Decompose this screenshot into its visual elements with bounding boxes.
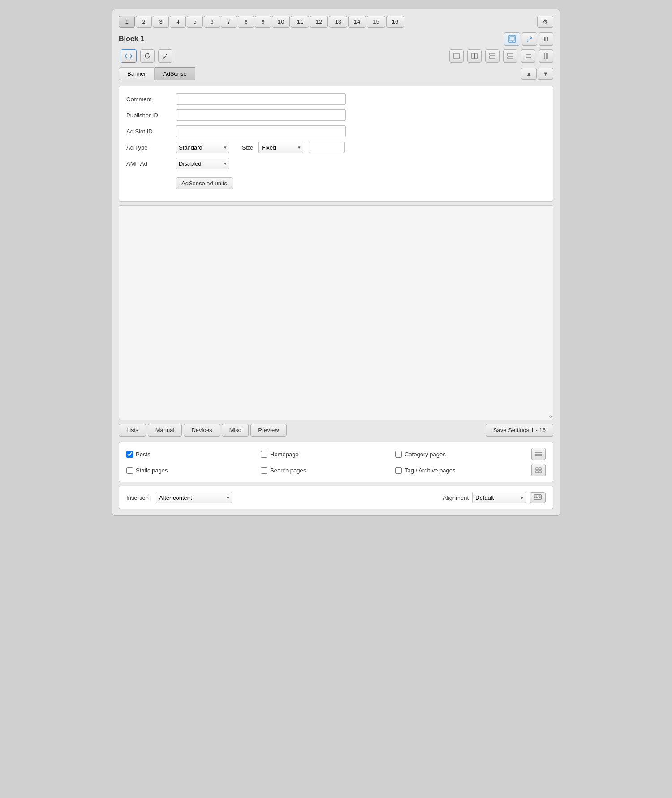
alignment-label: Alignment	[443, 494, 469, 501]
checkbox-category-pages: Category pages	[395, 451, 530, 458]
preview-area: ⟳	[119, 205, 553, 420]
tab-11[interactable]: 11	[291, 16, 309, 28]
svg-rect-11	[508, 57, 513, 59]
static-pages-label: Static pages	[136, 467, 168, 474]
tab-2[interactable]: 2	[136, 16, 152, 28]
layout-vlines-button[interactable]	[539, 49, 553, 63]
sub-tab-down-button[interactable]: ▼	[538, 68, 553, 80]
svg-rect-23	[536, 471, 538, 473]
bottom-tabs-row: Lists Manual Devices Misc Preview Save S…	[119, 424, 553, 437]
layout-hlines-icon	[525, 53, 531, 59]
layout-bottom-button[interactable]	[503, 49, 517, 63]
bottom-tab-manual[interactable]: Manual	[148, 424, 182, 437]
posts-checkbox[interactable]	[126, 451, 133, 458]
layout-bottom-icon	[507, 53, 513, 59]
ad-type-select-wrapper: Standard Responsive Link Image	[176, 142, 229, 153]
keyboard-icon-button[interactable]	[530, 492, 546, 503]
bottom-tab-devices[interactable]: Devices	[184, 424, 220, 437]
ad-type-select[interactable]: Standard Responsive Link Image	[176, 142, 229, 153]
tablet-icon-button[interactable]	[504, 32, 520, 46]
layout-top-button[interactable]	[485, 49, 500, 63]
publisher-id-input[interactable]	[176, 109, 346, 121]
checkboxes-panel: Posts Homepage Category pages	[119, 442, 553, 482]
insertion-select[interactable]: Before content After content Before para…	[156, 492, 232, 503]
sub-tab-arrows: ▲ ▼	[521, 68, 553, 80]
comment-input[interactable]	[176, 93, 346, 105]
tab-15[interactable]: 15	[367, 16, 385, 28]
bottom-tab-preview[interactable]: Preview	[250, 424, 286, 437]
layout-vlines-icon	[543, 53, 549, 59]
code-icon-button[interactable]	[121, 49, 137, 63]
adsense-ad-units-button[interactable]: AdSense ad units	[176, 177, 233, 189]
sub-tab-adsense[interactable]: AdSense	[155, 67, 195, 80]
tab-3[interactable]: 3	[153, 16, 169, 28]
size-select[interactable]: Fixed Responsive	[258, 142, 303, 153]
layout-top-icon	[489, 53, 495, 59]
comment-row: Comment	[126, 93, 546, 105]
alignment-select[interactable]: Default Left Center Right	[472, 492, 526, 503]
tab-6[interactable]: 6	[204, 16, 220, 28]
list-view-button[interactable]	[531, 448, 546, 460]
tab-7[interactable]: 7	[221, 16, 237, 28]
layout-single-button[interactable]	[449, 49, 464, 63]
size-value-input[interactable]	[309, 142, 345, 153]
layout-hlines-button[interactable]	[521, 49, 535, 63]
ad-slot-id-row: Ad Slot ID	[126, 125, 546, 137]
wrench-icon	[526, 35, 533, 43]
tab-1[interactable]: 1	[119, 16, 135, 28]
pause-icon-button[interactable]	[539, 32, 553, 46]
svg-rect-8	[490, 53, 495, 55]
bottom-tab-lists[interactable]: Lists	[119, 424, 146, 437]
layout-double-icon	[471, 53, 478, 59]
tabs-row: 1 2 3 4 5 6 7 8 9 10 11 12 13 14 15 16 ⚙	[119, 16, 553, 28]
layout-double-button[interactable]	[467, 49, 482, 63]
svg-rect-28	[538, 495, 539, 496]
checkbox-grid: Posts Homepage Category pages	[126, 448, 546, 476]
resize-handle[interactable]: ⟳	[547, 414, 553, 420]
search-pages-label: Search pages	[270, 467, 306, 474]
publisher-id-row: Publisher ID	[126, 109, 546, 121]
code-icon	[125, 53, 133, 59]
static-pages-checkbox[interactable]	[126, 467, 133, 474]
sub-tab-banner[interactable]: Banner	[119, 67, 155, 80]
archive-pages-checkbox[interactable]	[395, 467, 402, 474]
tab-8[interactable]: 8	[238, 16, 254, 28]
svg-rect-26	[534, 495, 536, 496]
block-title: Block 1	[119, 35, 502, 43]
grid-view-icon	[535, 467, 542, 473]
tab-9[interactable]: 9	[255, 16, 271, 28]
homepage-checkbox[interactable]	[261, 451, 267, 458]
main-container: 1 2 3 4 5 6 7 8 9 10 11 12 13 14 15 16 ⚙…	[112, 9, 560, 516]
tab-5[interactable]: 5	[187, 16, 203, 28]
svg-rect-30	[534, 497, 536, 498]
save-settings-button[interactable]: Save Settings 1 - 16	[486, 424, 553, 437]
insertion-label: Insertion	[126, 494, 149, 501]
refresh-icon-button[interactable]	[140, 49, 155, 63]
amp-ad-row: AMP Ad Disabled Enabled	[126, 158, 546, 169]
tab-13[interactable]: 13	[329, 16, 347, 28]
tab-10[interactable]: 10	[272, 16, 290, 28]
edit-icon-button[interactable]	[158, 49, 172, 63]
tab-16[interactable]: 16	[386, 16, 404, 28]
svg-rect-27	[536, 495, 538, 496]
svg-rect-5	[454, 53, 459, 59]
tab-14[interactable]: 14	[348, 16, 366, 28]
sub-tab-up-button[interactable]: ▲	[521, 68, 537, 80]
settings-tab[interactable]: ⚙	[537, 16, 553, 28]
amp-ad-select[interactable]: Disabled Enabled	[176, 158, 229, 169]
wrench-icon-button[interactable]	[522, 32, 537, 46]
svg-rect-10	[508, 53, 513, 56]
search-pages-checkbox[interactable]	[261, 467, 267, 474]
category-pages-checkbox[interactable]	[395, 451, 402, 458]
checkbox-search-pages: Search pages	[261, 467, 395, 474]
ad-slot-id-input[interactable]	[176, 125, 346, 137]
grid-view-button[interactable]	[531, 464, 546, 476]
tab-4[interactable]: 4	[170, 16, 186, 28]
bottom-tab-misc[interactable]: Misc	[222, 424, 249, 437]
edit-icon	[162, 53, 168, 59]
tab-12[interactable]: 12	[310, 16, 328, 28]
category-pages-label: Category pages	[405, 451, 446, 458]
pause-icon	[543, 36, 549, 42]
ad-slot-id-label: Ad Slot ID	[126, 128, 176, 135]
checkbox-archive-pages: Tag / Archive pages	[395, 467, 530, 474]
